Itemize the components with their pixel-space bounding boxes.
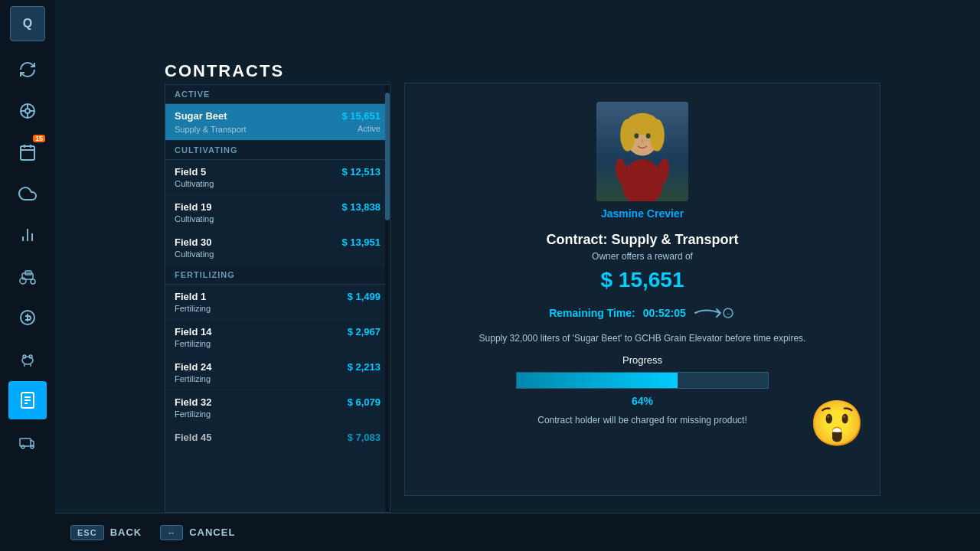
svg-point-36: [620, 119, 635, 151]
cancel-button[interactable]: ↔ CANCEL: [160, 525, 235, 540]
contract-sub-field1: Fertilizing: [175, 304, 381, 313]
contract-name-field30: Field 30: [175, 236, 211, 248]
sidebar-item-steering[interactable]: [8, 92, 47, 130]
contract-status-sugar-beet: Active: [358, 124, 381, 133]
svg-rect-27: [20, 439, 31, 446]
sidebar-item-stats[interactable]: [8, 216, 47, 254]
sidebar-item-transport[interactable]: [8, 422, 47, 461]
contract-sub-field24: Fertilizing: [175, 374, 381, 383]
contract-amount-field1: $ 1,499: [348, 291, 381, 302]
svg-point-39: [646, 133, 651, 139]
contract-name-field32: Field 32: [175, 396, 211, 408]
remaining-time-label: Remaining Time:: [549, 307, 635, 319]
contract-sub-field30: Cultivating: [175, 249, 381, 259]
svg-point-38: [634, 133, 639, 139]
contract-amount-field24: $ 2,213: [348, 361, 381, 373]
svg-point-40: [641, 139, 644, 143]
contract-item-field1[interactable]: Field 1 $ 1,499 Fertilizing: [165, 285, 390, 320]
sidebar-item-livestock[interactable]: [8, 340, 47, 378]
contract-amount-sugar-beet: $ 15,651: [341, 110, 381, 122]
esc-key-badge: ESC: [70, 525, 104, 540]
contract-sub-field14: Fertilizing: [175, 339, 381, 348]
emoji-decoration: 😲: [809, 397, 864, 449]
contract-sub-field19: Cultivating: [175, 214, 381, 223]
svg-point-1: [25, 109, 30, 113]
progress-bar-fill: [517, 373, 678, 388]
contract-sub-field5: Cultivating: [175, 179, 381, 188]
cancel-label: CANCEL: [189, 527, 235, 538]
arrow-annotation-icon: ←: [694, 305, 736, 321]
contract-name-field24: Field 24: [175, 361, 211, 373]
contracts-list: ACTIVE Sugar Beet $ 15,651 Supply & Tran…: [165, 84, 390, 513]
contract-item-field45[interactable]: Field 45 $ 7,083: [165, 425, 390, 450]
remaining-time-value: 00:52:05: [643, 307, 686, 319]
contract-amount-field30: $ 13,951: [341, 236, 381, 248]
svg-point-30: [622, 159, 663, 201]
contract-amount-field5: $ 12,513: [341, 166, 381, 178]
contract-sub-field32: Fertilizing: [175, 409, 381, 419]
scrollbar-thumb: [385, 93, 390, 220]
sidebar-item-contracts[interactable]: [8, 381, 47, 419]
contract-name-field5: Field 5: [175, 166, 206, 178]
warning-text: Contract holder will be charged for miss…: [537, 413, 746, 427]
bottom-bar: ESC BACK ↔ CANCEL: [55, 513, 980, 551]
cancel-key-badge: ↔: [160, 525, 183, 540]
sidebar-item-weather[interactable]: [8, 174, 47, 213]
contract-item-field14[interactable]: Field 14 $ 2,967 Fertilizing: [165, 320, 390, 355]
detail-contract-title: Contract: Supply & Transport: [546, 232, 738, 248]
svg-point-37: [650, 119, 665, 151]
contract-amount-field19: $ 13,838: [341, 201, 381, 213]
progress-bar-container: [516, 372, 769, 389]
sidebar-item-sync[interactable]: [8, 51, 47, 89]
section-header-active: ACTIVE: [165, 85, 390, 104]
contract-name-field1: Field 1: [175, 291, 206, 302]
q-key-button[interactable]: Q: [10, 6, 45, 41]
contract-item-sugar-beet[interactable]: Sugar Beet $ 15,651 Supply & Transport A…: [165, 104, 390, 141]
calendar-badge: 15: [33, 135, 45, 142]
sidebar-item-money[interactable]: [8, 298, 47, 337]
reward-label: Owner offers a reward of: [592, 251, 693, 262]
detail-panel: Jasmine Crevier Contract: Supply & Trans…: [404, 83, 880, 496]
scrollbar[interactable]: [385, 85, 390, 512]
contract-item-field24[interactable]: Field 24 $ 2,213 Fertilizing: [165, 355, 390, 390]
npc-name: Jasmine Crevier: [601, 207, 684, 220]
contract-amount-field32: $ 6,079: [348, 396, 381, 408]
back-button[interactable]: ESC BACK: [70, 525, 142, 540]
contract-name-field45: Field 45: [175, 432, 211, 443]
contract-item-field5[interactable]: Field 5 $ 12,513 Cultivating: [165, 160, 390, 195]
reward-amount: $ 15,651: [601, 268, 684, 292]
svg-point-19: [23, 355, 26, 358]
sidebar-item-calendar[interactable]: 15: [8, 133, 47, 171]
supply-text: Supply 32,000 liters of 'Sugar Beet' to …: [479, 332, 806, 345]
npc-figure: [604, 109, 681, 201]
sidebar: Q 15: [0, 0, 55, 551]
section-header-fertilizing: FERTILIZING: [165, 266, 390, 285]
svg-rect-6: [21, 146, 34, 160]
cancel-key-icon: ↔: [167, 528, 176, 537]
contracts-title: CONTRACTS: [165, 61, 284, 81]
section-header-cultivating: CULTIVATING: [165, 141, 390, 160]
back-label: BACK: [110, 527, 142, 538]
contract-name-field19: Field 19: [175, 201, 211, 213]
contract-item-field30[interactable]: Field 30 $ 13,951 Cultivating: [165, 230, 390, 266]
npc-portrait: [596, 102, 688, 201]
esc-key-label: ESC: [77, 528, 97, 537]
contract-item-field19[interactable]: Field 19 $ 13,838 Cultivating: [165, 195, 390, 230]
contract-name-field14: Field 14: [175, 326, 211, 337]
svg-point-20: [29, 355, 32, 358]
svg-point-14: [31, 279, 35, 284]
svg-text:←: ←: [726, 310, 733, 318]
sidebar-item-tractor[interactable]: [8, 257, 47, 295]
contract-item-field32[interactable]: Field 32 $ 6,079 Fertilizing: [165, 390, 390, 425]
svg-point-29: [31, 445, 34, 448]
contract-subtitle-sugar-beet: Supply & Transport: [175, 125, 247, 134]
progress-percent: 64%: [632, 395, 653, 407]
contract-amount-field14: $ 2,967: [348, 326, 381, 337]
contract-name-sugar-beet: Sugar Beet: [175, 110, 227, 122]
svg-point-28: [21, 445, 24, 448]
contract-amount-field45: $ 7,083: [348, 432, 381, 443]
progress-label: Progress: [622, 354, 662, 366]
remaining-time-row: Remaining Time: 00:52:05 ←: [549, 305, 736, 321]
